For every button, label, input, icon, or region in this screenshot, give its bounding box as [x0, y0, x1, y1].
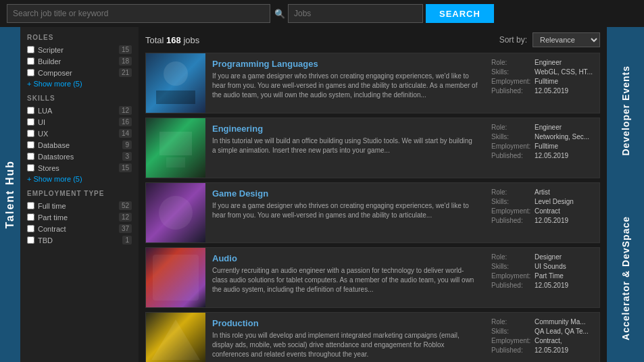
- filter-skill-stores[interactable]: Stores 15: [27, 163, 132, 172]
- skills-show-more[interactable]: + Show more (5): [27, 175, 132, 183]
- checkbox-scripter[interactable]: [27, 46, 34, 53]
- total-count: 168: [166, 35, 181, 45]
- job-description: Currently recruiting an audio engineer w…: [212, 266, 478, 294]
- job-card: Audio Currently recruiting an audio engi…: [145, 247, 600, 308]
- svg-point-7: [159, 196, 193, 230]
- search-job-input[interactable]: [7, 4, 270, 23]
- filter-skill-ui[interactable]: UI 16: [27, 118, 132, 126]
- meta-employment: Employment: Fulltime: [491, 78, 593, 85]
- meta-skills: Skills: QA Lead, QA Te...: [491, 328, 593, 335]
- meta-published: Published: 12.05.2019: [491, 346, 593, 354]
- accelerator-devspace-tab[interactable]: Accelerator & DevSpace: [607, 195, 644, 362]
- job-body: Game Design If you are a game designer w…: [205, 183, 485, 242]
- filter-skill-ux[interactable]: UX 14: [27, 129, 132, 138]
- roles-show-more[interactable]: + Show more (5): [27, 80, 132, 88]
- job-meta: Role: Community Ma... Skills: QA Lead, Q…: [485, 313, 599, 362]
- skills-value: WebGL, CSS, HT...: [535, 68, 593, 76]
- job-description: In this tutorial we will build an office…: [212, 136, 478, 155]
- checkbox-tbd[interactable]: [27, 236, 34, 244]
- role-value: Designer: [535, 253, 562, 261]
- meta-role: Role: Artist: [491, 188, 593, 196]
- job-title[interactable]: Engineering: [212, 124, 478, 134]
- thumb-svg: [146, 183, 205, 242]
- checkbox-builder[interactable]: [27, 57, 34, 65]
- role-value: Engineer: [535, 59, 562, 66]
- main-layout: Talent Hub ROLES Scripter 15 Builder 18 …: [0, 27, 644, 362]
- svg-rect-5: [166, 157, 185, 167]
- filter-skill-datastores[interactable]: Datastores 3: [27, 152, 132, 161]
- thumb-svg: [146, 53, 205, 113]
- meta-employment: Employment: Fulltime: [491, 143, 593, 150]
- skills-label: Skills:: [491, 198, 532, 205]
- checkbox-ui[interactable]: [27, 118, 34, 126]
- meta-published: Published: 12.05.2019: [491, 87, 593, 95]
- checkbox-ux[interactable]: [27, 130, 34, 137]
- svg-rect-2: [156, 90, 195, 104]
- role-label: Role:: [491, 253, 532, 261]
- employment-value: Fulltime: [535, 143, 558, 150]
- checkbox-fulltime[interactable]: [27, 202, 34, 209]
- developer-events-tab[interactable]: Developer Events: [607, 27, 644, 195]
- employment-value: Contract,: [535, 337, 562, 344]
- label-builder: Builder: [38, 57, 61, 66]
- skills-label: Skills:: [491, 263, 532, 270]
- skills-value: UI Sounds: [535, 263, 566, 270]
- filter-emp-parttime[interactable]: Part time 12: [27, 213, 132, 222]
- label-contract: Contract: [38, 225, 66, 233]
- search-button[interactable]: SEARCH: [426, 4, 494, 23]
- role-label: Role:: [491, 188, 532, 196]
- job-description: If you are a game designer who thrives o…: [212, 201, 478, 220]
- job-thumbnail: [146, 183, 205, 242]
- checkbox-parttime[interactable]: [27, 213, 34, 221]
- meta-published: Published: 12.05.2019: [491, 217, 593, 224]
- checkbox-lua[interactable]: [27, 107, 34, 114]
- checkbox-contract[interactable]: [27, 225, 34, 232]
- count-ux: 14: [119, 129, 132, 138]
- talent-hub-label: Talent Hub: [4, 160, 16, 228]
- meta-role: Role: Engineer: [491, 59, 593, 66]
- job-title[interactable]: Audio: [212, 253, 478, 263]
- meta-published: Published: 12.05.2019: [491, 152, 593, 159]
- search-location-input[interactable]: [288, 4, 423, 23]
- job-card: Game Design If you are a game designer w…: [145, 182, 600, 243]
- published-value: 12.05.2019: [535, 346, 568, 354]
- filter-skill-lua[interactable]: LUA 12: [27, 106, 132, 115]
- checkbox-composer[interactable]: [27, 69, 34, 76]
- job-thumbnail: [146, 118, 205, 178]
- skills-label: Skills:: [491, 328, 532, 335]
- talent-hub-tab[interactable]: Talent Hub: [0, 27, 20, 362]
- checkbox-stores[interactable]: [27, 164, 34, 172]
- meta-employment: Employment: Contract,: [491, 337, 593, 344]
- employment-value: Part Time: [535, 272, 564, 280]
- employment-label: Employment:: [491, 207, 532, 215]
- published-value: 12.05.2019: [535, 282, 568, 289]
- content-header: Total 168 jobs Sort by: Relevance Date T…: [145, 32, 600, 47]
- filter-role-builder[interactable]: Builder 18: [27, 57, 132, 66]
- employment-value: Fulltime: [535, 78, 558, 85]
- sort-select[interactable]: Relevance Date Title: [532, 32, 600, 47]
- filter-role-scripter[interactable]: Scripter 15: [27, 45, 132, 54]
- filter-emp-fulltime[interactable]: Full time 52: [27, 201, 132, 210]
- published-label: Published:: [491, 346, 532, 354]
- label-database: Database: [38, 141, 70, 149]
- label-tbd: TBD: [38, 236, 53, 244]
- job-title[interactable]: Production: [212, 318, 478, 328]
- published-value: 12.05.2019: [535, 152, 568, 159]
- job-body: Audio Currently recruiting an audio engi…: [205, 248, 485, 307]
- label-stores: Stores: [38, 164, 59, 172]
- job-title[interactable]: Programming Languages: [212, 59, 478, 69]
- checkbox-datastores[interactable]: [27, 153, 34, 160]
- job-card: Engineering In this tutorial we will bui…: [145, 118, 600, 178]
- filter-role-composer[interactable]: Composer 21: [27, 68, 132, 77]
- filter-emp-tbd[interactable]: TBD 1: [27, 236, 132, 244]
- employment-label: Employment:: [491, 143, 532, 150]
- search-icon: 🔍: [274, 9, 285, 19]
- filter-skill-database[interactable]: Database 9: [27, 140, 132, 149]
- job-title[interactable]: Game Design: [212, 188, 478, 199]
- label-lua: LUA: [38, 107, 52, 115]
- published-value: 12.05.2019: [535, 217, 568, 224]
- filter-emp-contract[interactable]: Contract 37: [27, 224, 132, 233]
- count-ui: 16: [119, 118, 132, 126]
- job-description: In this role you will develop and implem…: [212, 331, 478, 359]
- checkbox-database[interactable]: [27, 141, 34, 149]
